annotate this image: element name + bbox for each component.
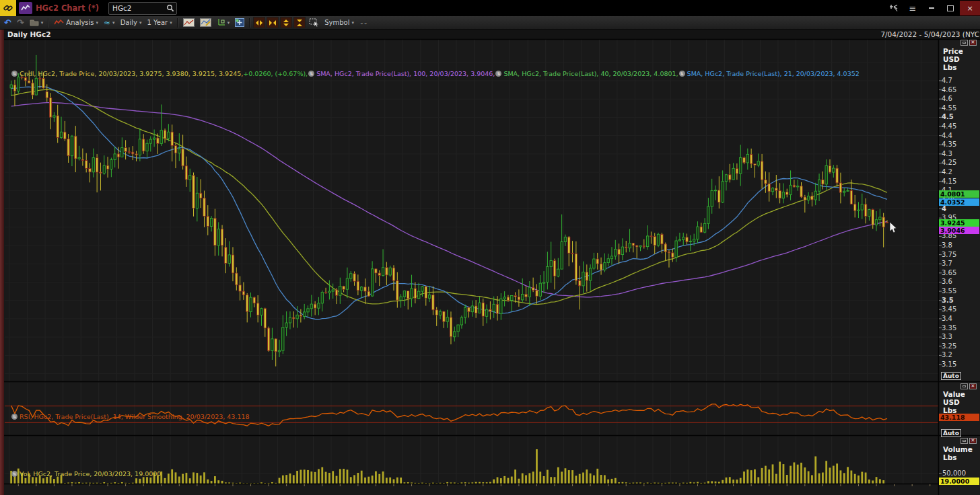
axis-title-line: Value xyxy=(943,390,965,398)
price-panel-legend[interactable]: ⇅Cndl, HGc2, Trade Price, 20/03/2023, 3.… xyxy=(11,70,860,77)
restore-panel-icon[interactable] xyxy=(960,438,968,444)
price-axis-tick-label: 4 xyxy=(942,205,946,213)
collapse-series-icon[interactable]: ⇅ xyxy=(11,414,18,420)
price-axis-tick-label: 3.25 xyxy=(942,342,956,350)
collapse-series-icon[interactable]: ⇅ xyxy=(495,71,501,77)
volume-panel-legend[interactable]: ⇅Vol, HGc2, Trade Price, 20/03/2023, 19.… xyxy=(11,470,161,478)
collapse-series-icon[interactable]: ⇅ xyxy=(679,71,685,77)
price-value-badge: 4.0352 xyxy=(939,198,979,206)
chart-window: Daily HGc2 7/04/2022 - 5/04/2023 (NYC ⇅C… xyxy=(0,30,980,495)
price-axis-tick-label: 4.6 xyxy=(942,95,952,102)
price-axis-tick-label: 4.65 xyxy=(942,86,956,93)
price-axis-tick-label: 3.55 xyxy=(942,287,956,295)
close-panel-icon[interactable]: ✕ xyxy=(969,438,977,444)
volume-axis-title: VolumeLbs xyxy=(943,445,973,461)
volume-axis-tick-label: 50,000 xyxy=(942,469,966,477)
price-legend-text: SMA, HGc2, Trade Price(Last), 21, 20/03/… xyxy=(687,70,860,77)
rsi-panel-controls: ✕ xyxy=(960,383,977,389)
rsi-axis-auto-button[interactable]: Auto xyxy=(941,429,961,437)
price-axis-tick-label: 4.35 xyxy=(942,141,956,148)
close-panel-icon[interactable]: ✕ xyxy=(969,40,977,46)
price-axis-tick-label: 4.2 xyxy=(942,168,952,176)
rsi-axis-title: ValueUSDLbs xyxy=(943,390,965,414)
axis-title-line: Lbs xyxy=(943,63,963,71)
price-legend-text: Cndl, HGc2, Trade Price, 20/03/2023, 3.9… xyxy=(20,70,243,77)
price-axis-tick-label: 3.2 xyxy=(942,351,952,358)
price-axis-tick-label: 3.5 xyxy=(942,297,954,304)
price-axis-auto-button[interactable]: Auto xyxy=(941,372,961,380)
price-legend-text: +0.0260, (+0.67%), xyxy=(243,70,308,77)
collapse-series-icon[interactable]: ⇅ xyxy=(11,71,18,77)
price-axis-tick-label: 3.6 xyxy=(942,278,952,285)
volume-legend-text: Vol, HGc2, Trade Price, 20/03/2023, 19.0… xyxy=(20,470,161,478)
price-axis-tick-label: 4.3 xyxy=(942,150,952,157)
restore-panel-icon[interactable] xyxy=(960,40,968,46)
restore-panel-icon[interactable] xyxy=(960,383,968,389)
axis-title-line: Volume xyxy=(943,445,973,453)
close-panel-icon[interactable]: ✕ xyxy=(969,383,977,389)
price-value-badge: 3.9046 xyxy=(939,227,979,234)
rsi-legend-text: RSI, HGc2, Trade Price(Last), 14, Wilder… xyxy=(20,413,250,420)
price-legend-text: SMA, HGc2, Trade Price(Last), 40, 20/03/… xyxy=(503,70,678,77)
price-axis-title: PriceUSDLbs xyxy=(943,47,963,71)
price-axis-tick-label: 4.15 xyxy=(942,178,956,185)
price-axis-tick-label: 3.45 xyxy=(942,305,956,313)
axis-title-line: Price xyxy=(943,47,963,55)
price-panel-controls: ✕ xyxy=(960,40,977,46)
price-axis-tick-label: 4.45 xyxy=(942,122,956,130)
collapse-series-icon[interactable]: ⇅ xyxy=(308,71,314,77)
price-axis-tick-label: 3.15 xyxy=(942,360,956,368)
collapse-series-icon[interactable]: ⇅ xyxy=(11,471,18,477)
volume-last-badge: 19.0000 xyxy=(939,478,979,485)
price-axis-tick-label: 3.75 xyxy=(942,251,956,258)
price-axis-tick-label: 4.7 xyxy=(942,77,952,84)
rsi-value-badge: 43.118 xyxy=(939,414,979,421)
mouse-cursor xyxy=(890,222,897,233)
price-axis-tick-label: 4.25 xyxy=(942,159,956,166)
price-axis-tick-label: 4.5 xyxy=(942,113,954,120)
axis-title-line: Lbs xyxy=(943,453,973,461)
rsi-panel-legend[interactable]: ⇅RSI, HGc2, Trade Price(Last), 14, Wilde… xyxy=(11,413,250,420)
price-legend-text: SMA, HGc2, Trade Price(Last), 100, 20/03… xyxy=(316,70,495,77)
axis-title-line: USD xyxy=(943,398,965,406)
axis-title-line: USD xyxy=(943,55,963,63)
price-axis-tick-label: 3.4 xyxy=(942,315,952,322)
price-axis-tick-label: 3.8 xyxy=(942,241,952,249)
volume-panel-controls: ✕ xyxy=(960,438,977,444)
price-value-badge: 3.9245 xyxy=(939,219,979,227)
price-axis-tick-label: 4.4 xyxy=(942,132,952,139)
price-axis-tick-label: 3.3 xyxy=(942,333,952,340)
price-axis-tick-label: 4.55 xyxy=(942,104,956,112)
price-axis-tick-label: 3.65 xyxy=(942,269,956,276)
price-axis-tick-label: 3.7 xyxy=(942,260,952,267)
application-window: HGc2 Chart (*) ≡ × ↶ ↷ Analysis xyxy=(0,0,980,495)
price-axis-tick-label: 3.35 xyxy=(942,324,956,332)
candlestick-series xyxy=(10,55,888,367)
price-value-badge: 4.0801 xyxy=(939,190,979,198)
